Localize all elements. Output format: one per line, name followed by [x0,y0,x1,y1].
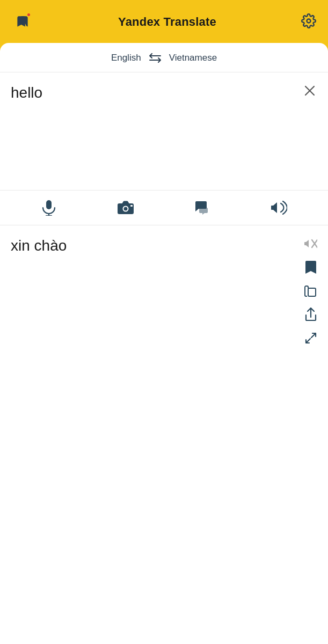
mute-button[interactable] [301,234,320,253]
bookmarks-button[interactable] [12,11,33,33]
svg-point-7 [124,207,128,211]
close-icon [304,85,316,97]
settings-button[interactable] [301,13,316,31]
expand-button[interactable] [301,328,320,348]
mute-icon [304,237,317,250]
camera-button[interactable] [114,196,137,219]
notification-dot [26,12,31,17]
speaker-button[interactable] [267,196,291,219]
source-language[interactable]: English [111,53,141,63]
conversation-button[interactable] [191,196,214,219]
speaker-icon [271,201,287,215]
bookmark-icon [305,260,317,274]
svg-rect-8 [130,205,133,207]
target-language[interactable]: Vietnamese [169,53,217,63]
bookmark-button[interactable] [301,258,320,277]
copy-icon [304,284,317,297]
camera-icon [117,201,134,215]
expand-icon [304,332,317,345]
output-text: xin chào [11,236,317,255]
input-area: hello [0,72,328,191]
language-bar: English Vietnamese [0,43,328,72]
microphone-icon [42,200,56,216]
svg-rect-11 [308,288,316,296]
clear-button[interactable] [301,82,318,99]
header: Yandex Translate [0,0,328,43]
microphone-button[interactable] [37,196,61,219]
main-content: English Vietnamese hello [0,43,328,644]
conversation-icon [194,200,210,215]
gear-icon [301,13,316,28]
copy-button[interactable] [301,281,320,301]
app-title: Yandex Translate [118,15,216,29]
toolbar [0,191,328,225]
share-button[interactable] [301,305,320,324]
swap-icon [148,53,163,63]
svg-rect-2 [46,200,52,209]
output-area: xin chào [0,225,328,644]
swap-languages-button[interactable] [148,53,163,63]
output-actions [301,234,320,348]
input-text[interactable]: hello [11,83,317,182]
app-container: Yandex Translate English Vietnamese hell… [0,0,328,644]
share-icon [305,308,317,321]
